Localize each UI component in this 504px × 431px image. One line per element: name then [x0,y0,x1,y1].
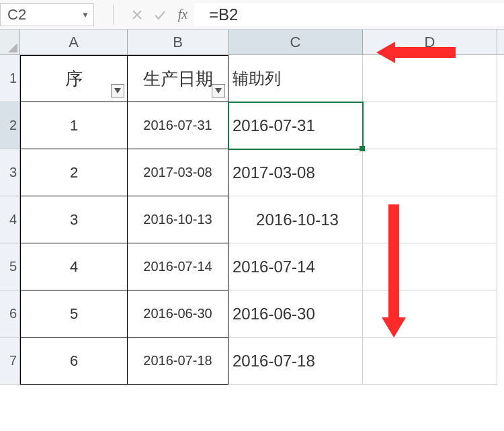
chevron-down-icon [114,88,121,93]
cell-B6[interactable]: 2016-06-30 [128,290,228,338]
cell-C2[interactable]: 2016-07-31 [228,102,363,149]
filter-button-A[interactable] [111,84,124,97]
svg-marker-0 [376,42,456,63]
name-box[interactable]: C2 ▼ [0,3,94,26]
rows: 1 序 生产日期 辅助列 2 1 2016-07-31 [0,55,504,385]
cell-C3[interactable]: 2017-03-08 [228,149,363,196]
cell-D2[interactable] [363,102,497,149]
column-header-B[interactable]: B [128,30,228,54]
cell-A5[interactable]: 4 [20,243,128,290]
cell-C5[interactable]: 2016-07-14 [228,243,363,290]
row-header-6[interactable]: 6 [0,290,20,338]
cell-A1[interactable]: 序 [20,55,128,102]
cell-D7[interactable] [363,338,497,385]
cell-C6[interactable]: 2016-06-30 [228,290,363,338]
table-row: 5 4 2016-07-14 2016-07-14 [0,243,504,290]
formula-value: =B2 [209,5,238,24]
chevron-down-icon: ▼ [81,10,89,19]
table-row: 7 6 2016-07-18 2016-07-18 [0,338,504,385]
fx-label: fx [178,7,187,22]
formula-input[interactable]: =B2 [194,3,504,26]
chevron-down-icon [215,88,222,93]
separator [113,5,114,25]
row-header-5[interactable]: 5 [0,243,20,290]
cell-A2[interactable]: 1 [20,102,128,149]
cell-C1[interactable]: 辅助列 [228,55,363,102]
cell-B1[interactable]: 生产日期 [128,55,228,102]
header-C: 辅助列 [233,68,281,89]
annotation-arrow-left-icon [376,38,457,67]
filter-button-B[interactable] [212,84,225,97]
cell-B2[interactable]: 2016-07-31 [128,102,228,149]
table-row: 2 1 2016-07-31 2016-07-31 [0,102,504,149]
cell-A3[interactable]: 2 [20,149,128,196]
name-box-value: C2 [7,6,26,24]
cell-D3[interactable] [363,149,497,196]
cell-B3[interactable]: 2017-03-08 [128,149,228,196]
close-icon [130,8,144,22]
check-icon [153,8,167,22]
annotation-arrow-down-icon [379,204,409,339]
cell-A4[interactable]: 3 [20,196,128,243]
table-row: 3 2 2017-03-08 2017-03-08 [0,149,504,196]
insert-function-button[interactable]: fx [171,5,194,25]
cell-A6[interactable]: 5 [20,290,128,338]
table-row: 4 3 2016-10-13 2016-10-13 [0,196,504,243]
row-header-7[interactable]: 7 [0,338,20,385]
cell-A7[interactable]: 6 [20,338,128,385]
cell-B7[interactable]: 2016-07-18 [128,338,228,385]
column-header-A[interactable]: A [20,30,128,54]
cell-B5[interactable]: 2016-07-14 [128,243,228,290]
spreadsheet-grid: A B C D 1 序 生产日期 辅助列 [0,30,504,385]
header-A: 序 [65,67,83,91]
header-B: 生产日期 [143,67,213,91]
cancel-button[interactable] [126,5,149,25]
confirm-button[interactable] [149,5,171,25]
formula-bar: C2 ▼ fx =B2 [0,0,504,30]
row-header-2[interactable]: 2 [0,102,20,149]
row-header-3[interactable]: 3 [0,149,20,196]
column-header-C[interactable]: C [228,30,363,54]
row-header-1[interactable]: 1 [0,55,20,102]
fill-handle[interactable] [360,146,365,151]
row-header-4[interactable]: 4 [0,196,20,243]
cell-B4[interactable]: 2016-10-13 [128,196,228,243]
select-all-corner[interactable] [0,30,20,54]
svg-marker-1 [382,204,406,338]
cell-C4[interactable]: 2016-10-13 [228,196,363,243]
cell-C7[interactable]: 2016-07-18 [228,338,363,385]
table-row: 6 5 2016-06-30 2016-06-30 [0,290,504,338]
